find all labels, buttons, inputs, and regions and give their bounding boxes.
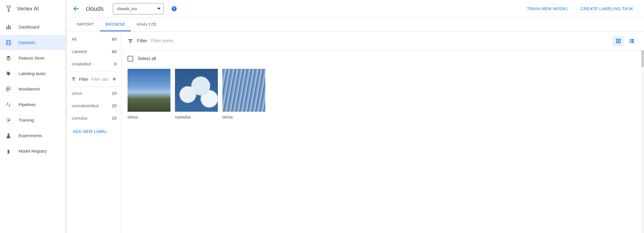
back-button[interactable]	[72, 4, 81, 13]
nav-item-labeling-tasks[interactable]: Labeling tasks	[0, 66, 65, 81]
item-filter-input[interactable]	[151, 38, 608, 43]
nav-item-training[interactable]: Training	[0, 112, 65, 128]
svg-rect-39	[618, 42, 619, 43]
label-filter-input[interactable]	[91, 77, 109, 82]
add-new-label-button[interactable]: ADD NEW LABEL	[67, 124, 121, 139]
image-label: cirrus	[128, 112, 170, 119]
scrollbar[interactable]	[641, 50, 644, 233]
image-card[interactable]: cirrus	[222, 69, 265, 119]
nav-label: Dashboard	[19, 25, 39, 29]
train-new-model-button[interactable]: TRAIN NEW MODEL	[523, 4, 572, 13]
nav-item-datasets[interactable]: Datasets	[0, 35, 65, 50]
svg-point-16	[9, 41, 10, 42]
nav-item-workbench[interactable]: Workbench	[0, 81, 65, 97]
content-scroll[interactable]: Select all cirrus cumulus	[121, 50, 644, 233]
svg-rect-35	[616, 40, 617, 41]
label-count: 20	[112, 116, 117, 120]
image-card[interactable]: cumulus	[175, 69, 218, 119]
pipelines-icon	[5, 101, 12, 108]
select-all-label: Select all	[138, 56, 156, 61]
image-thumbnail	[128, 69, 170, 112]
svg-point-21	[8, 119, 9, 120]
list-view-button[interactable]	[626, 36, 638, 46]
svg-rect-40	[619, 42, 621, 43]
select-all-row: Select all	[128, 56, 638, 61]
svg-rect-13	[10, 26, 10, 29]
tab-label: BROWSE	[106, 22, 125, 27]
svg-point-10	[8, 10, 10, 12]
nav-item-model-registry[interactable]: Model Registry	[0, 143, 65, 159]
svg-rect-41	[630, 39, 631, 40]
chevron-down-icon	[157, 7, 161, 10]
svg-point-18	[9, 43, 10, 44]
nav-label: Workbench	[19, 87, 40, 91]
image-thumbnail	[175, 69, 218, 112]
content: Filter Select all cirru	[121, 32, 644, 233]
stat-label: Unlabeled	[72, 61, 91, 66]
image-card[interactable]: cirrus	[128, 69, 170, 119]
svg-rect-45	[630, 42, 631, 43]
svg-rect-25	[73, 79, 75, 79]
nav-label: Training	[19, 118, 34, 122]
main: clouds clouds_icn ? TRAIN NEW MODEL CREA…	[65, 0, 644, 233]
scrollbar-thumb[interactable]	[641, 50, 644, 67]
dataset-select[interactable]: clouds_icn	[113, 3, 164, 14]
stat-labeled[interactable]: Labeled60	[67, 45, 121, 58]
create-labeling-task-button[interactable]: CREATE LABELING TASK	[577, 4, 637, 13]
svg-rect-33	[618, 39, 619, 40]
stat-count: 0	[114, 61, 117, 66]
tabs: IMPORT BROWSE ANALYZE	[67, 17, 644, 32]
tab-browse[interactable]: BROWSE	[100, 17, 131, 31]
tab-analyze[interactable]: ANALYZE	[131, 17, 162, 31]
svg-rect-44	[631, 40, 634, 41]
stat-all[interactable]: All60	[67, 33, 121, 45]
label-row-cumulus[interactable]: cumulus20	[67, 112, 121, 124]
svg-rect-22	[7, 153, 10, 153]
nav-label: Labeling tasks	[19, 71, 46, 76]
brand: Vertex AI	[0, 0, 65, 17]
svg-rect-26	[73, 80, 75, 81]
stat-label: Labeled	[72, 49, 87, 54]
svg-rect-32	[616, 39, 617, 40]
select-all-checkbox[interactable]	[128, 56, 133, 61]
image-label: cumulus	[175, 112, 218, 119]
filter-label: Filter	[137, 38, 147, 43]
help-icon[interactable]: ?	[172, 6, 177, 11]
filter-label: Filter	[79, 77, 88, 82]
feature-store-icon	[5, 55, 12, 61]
label-row-cirrus[interactable]: cirrus20	[67, 87, 121, 99]
nav-item-feature-store[interactable]: Feature Store	[0, 50, 65, 66]
training-icon	[5, 117, 12, 124]
grid-view-button[interactable]	[612, 36, 624, 46]
view-toggle	[612, 36, 638, 46]
nav-label: Feature Store	[19, 56, 45, 60]
tab-label: ANALYZE	[137, 22, 157, 27]
label-count: 20	[112, 103, 117, 108]
nav-item-dashboard[interactable]: Dashboard	[0, 19, 65, 35]
nav-label: Datasets	[19, 40, 35, 45]
svg-rect-12	[8, 25, 9, 29]
svg-rect-46	[631, 42, 634, 43]
label-name: cirrus	[72, 91, 82, 96]
nav-label: Pipelines	[19, 102, 36, 107]
svg-rect-31	[130, 42, 131, 43]
add-filter-button[interactable]	[111, 76, 117, 82]
vertex-ai-logo-icon	[5, 5, 13, 13]
svg-rect-29	[128, 39, 133, 40]
svg-rect-34	[619, 39, 621, 40]
stat-unlabeled[interactable]: Unlabeled0	[67, 58, 121, 70]
labeling-icon	[5, 70, 12, 77]
nav-item-experiments[interactable]: Experiments	[0, 128, 65, 143]
filter-icon	[71, 76, 76, 82]
datasets-icon	[5, 39, 12, 46]
svg-rect-42	[631, 39, 634, 40]
tab-import[interactable]: IMPORT	[71, 17, 100, 31]
sidebar: Vertex AI Dashboard Datasets Feature Sto…	[0, 0, 65, 233]
nav-item-pipelines[interactable]: Pipelines	[0, 97, 65, 112]
model-registry-icon	[5, 148, 12, 155]
svg-rect-14	[6, 40, 11, 45]
nav: Dashboard Datasets Feature Store Labelin…	[0, 17, 65, 159]
label-row-cumulonimbus[interactable]: cumulonimbus20	[67, 99, 121, 112]
experiments-icon	[5, 132, 12, 139]
svg-rect-11	[6, 27, 7, 29]
